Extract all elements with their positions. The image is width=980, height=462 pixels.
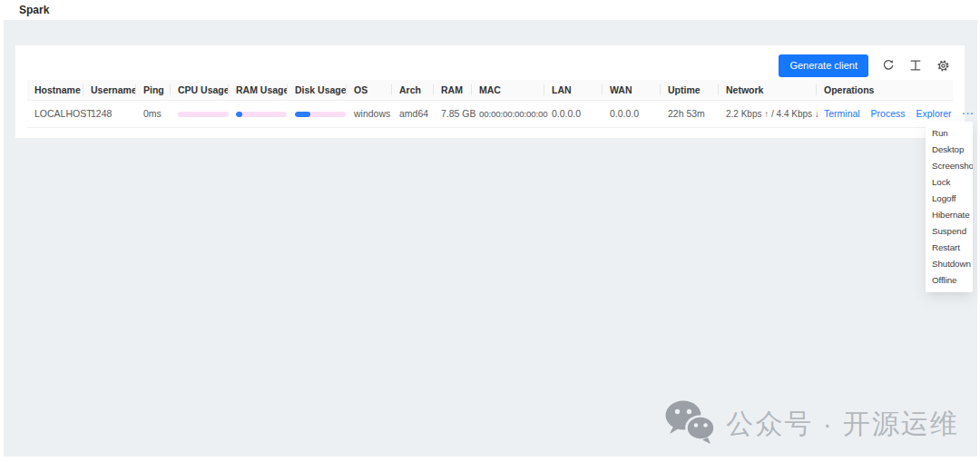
menu-item-screenshot[interactable]: Screenshot	[926, 158, 973, 174]
cell-arch: amd64	[392, 100, 434, 127]
cell-mac: 00:00:00:00:00:00	[472, 100, 544, 127]
host-table: Hostname Username Ping CPU Usage RAM Usa…	[27, 80, 953, 128]
cell-username: 1248	[83, 100, 136, 127]
column-header-ram: RAM	[434, 80, 472, 100]
column-header-network: Network	[719, 80, 817, 100]
menu-item-logoff[interactable]: Logoff	[926, 191, 973, 207]
cell-ram: 7.85 GB	[434, 100, 472, 127]
cell-ping: 0ms	[136, 100, 171, 127]
column-header-uptime: Uptime	[661, 80, 719, 100]
generate-client-button[interactable]: Generate client	[779, 54, 868, 77]
process-link[interactable]: Process	[871, 108, 906, 119]
menu-item-offline[interactable]: Offline	[926, 272, 973, 289]
column-header-mac: MAC	[472, 80, 544, 100]
menu-item-lock[interactable]: Lock	[926, 174, 973, 191]
menu-item-shutdown[interactable]: Shutdown	[926, 256, 973, 272]
column-header-wan: WAN	[603, 80, 661, 100]
terminal-link[interactable]: Terminal	[824, 108, 860, 119]
column-header-username: Username	[83, 80, 136, 100]
table-row: LOCALHOST 1248 0ms	[27, 100, 953, 127]
table-header-row: Hostname Username Ping CPU Usage RAM Usa…	[27, 80, 953, 100]
ram-progress-bar	[236, 112, 287, 117]
cpu-progress-bar	[178, 112, 229, 117]
cell-disk-usage	[288, 100, 347, 127]
menu-item-restart[interactable]: Restart	[926, 240, 973, 256]
column-header-lan: LAN	[544, 80, 603, 100]
cell-lan: 0.0.0.0	[544, 100, 603, 127]
column-header-cpu-usage: CPU Usage	[171, 80, 229, 100]
explorer-link[interactable]: Explorer	[916, 108, 951, 119]
more-operations-ellipsis-icon[interactable]: ···	[963, 108, 975, 119]
operations-dropdown-menu: Run Desktop Screenshot Lock Logoff Hiber…	[926, 122, 973, 292]
column-header-ram-usage: RAM Usage	[229, 80, 288, 100]
cell-ram-usage	[229, 100, 288, 127]
column-header-hostname: Hostname	[27, 80, 83, 100]
cell-hostname: LOCALHOST	[27, 100, 83, 127]
cell-network: 2.2 Kbps ↑ / 4.4 Kbps ↓	[719, 100, 817, 127]
cell-uptime: 22h 53m	[661, 100, 719, 127]
column-header-operations: Operations	[817, 80, 953, 100]
column-header-disk-usage: Disk Usage	[288, 80, 347, 100]
cell-os: windows	[347, 100, 392, 127]
menu-item-desktop[interactable]: Desktop	[926, 142, 973, 158]
app-title: Spark	[19, 4, 49, 16]
density-icon[interactable]	[908, 58, 923, 73]
settings-gear-icon[interactable]	[936, 58, 950, 73]
menu-item-suspend[interactable]: Suspend	[926, 223, 973, 240]
menu-item-run[interactable]: Run	[926, 125, 973, 142]
column-header-os: OS	[347, 80, 392, 100]
disk-progress-bar	[295, 112, 346, 117]
page-background: Generate client	[4, 20, 977, 457]
app-header: Spark	[0, 0, 980, 20]
column-header-ping: Ping	[136, 80, 171, 100]
cell-cpu-usage	[171, 100, 229, 127]
menu-item-hibernate[interactable]: Hibernate	[926, 207, 973, 223]
table-toolbar: Generate client	[15, 45, 965, 78]
cell-wan: 0.0.0.0	[603, 100, 661, 127]
column-header-arch: Arch	[392, 80, 434, 100]
reload-icon[interactable]	[881, 58, 896, 73]
server-list-card: Generate client	[15, 45, 965, 138]
